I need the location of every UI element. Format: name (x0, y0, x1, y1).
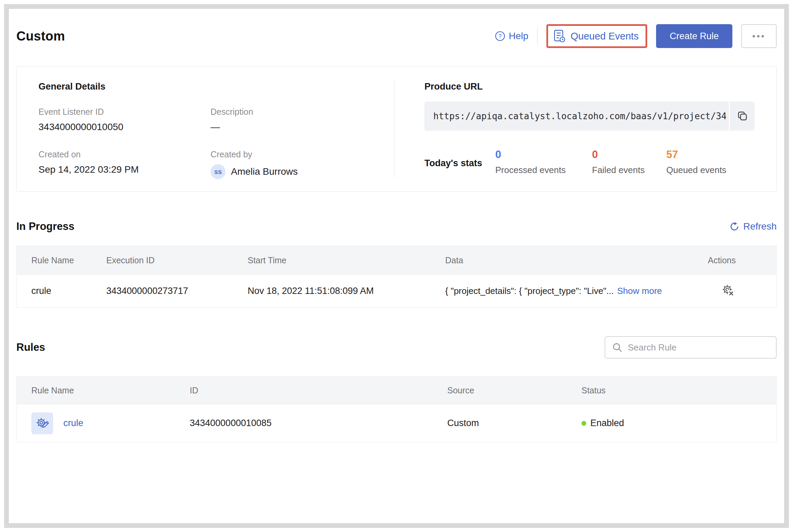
col-start-time: Start Time (248, 255, 445, 265)
header-divider (537, 27, 538, 45)
page-frame: Custom ? Help (4, 4, 789, 528)
in-progress-data: { "project_details": { "project_type": "… (445, 286, 708, 296)
header-actions: ? Help (495, 24, 777, 48)
failed-events-label: Failed events (592, 165, 666, 175)
rules-table-header: Rule Name ID Source Status (17, 377, 776, 404)
copy-icon (737, 111, 748, 122)
failed-events-count: 0 (592, 148, 666, 161)
search-icon (612, 342, 622, 353)
stat-failed-events: 0 Failed events (592, 148, 666, 175)
rules-row: crule 3434000000010085 Custom Enabled (17, 404, 776, 442)
avatar: ss (211, 164, 226, 179)
in-progress-actions (708, 284, 776, 298)
col-rules-id: ID (190, 386, 447, 395)
stat-processed-events: 0 Processed events (495, 148, 592, 175)
processed-events-label: Processed events (495, 165, 592, 175)
created-on-label: Created on (38, 150, 211, 159)
general-details-grid: Event Listener ID 3434000000010050 Descr… (38, 107, 394, 179)
show-more-link[interactable]: Show more (617, 286, 662, 296)
description-value: — (211, 122, 394, 132)
rules-table: Rule Name ID Source Status (16, 376, 777, 442)
in-progress-table-header: Rule Name Execution ID Start Time Data A… (17, 246, 776, 275)
gear-cancel-icon (721, 284, 736, 298)
produce-url-heading: Produce URL (424, 81, 755, 92)
rules-header: Rules (16, 336, 777, 359)
in-progress-row: crule 3434000000273717 Nov 18, 2022 11:5… (17, 275, 776, 307)
page-content: Custom ? Help (9, 22, 784, 442)
produce-url-box: https://apiqa.catalyst.localzoho.com/baa… (424, 101, 729, 131)
in-progress-table: Rule Name Execution ID Start Time Data A… (16, 246, 777, 308)
refresh-label: Refresh (743, 221, 777, 232)
queued-events-label: Queued Events (571, 31, 639, 42)
stat-queued-events: 57 Queued events (666, 148, 726, 175)
copy-url-button[interactable] (730, 101, 755, 131)
rules-source-cell: Custom (447, 418, 581, 428)
created-by-value: ss Amelia Burrows (211, 164, 394, 179)
event-listener-id-label: Event Listener ID (38, 107, 211, 117)
created-on-value: Sep 14, 2022 03:29 PM (38, 164, 211, 175)
rule-name-link[interactable]: crule (63, 418, 83, 428)
rules-title: Rules (16, 341, 45, 354)
col-execution-id: Execution ID (106, 255, 248, 265)
queued-events-label-stat: Queued events (666, 165, 726, 175)
status-label: Enabled (590, 418, 624, 428)
general-details-heading: General Details (38, 81, 394, 92)
in-progress-execution-id: 3434000000273717 (106, 286, 248, 296)
description-label: Description (211, 107, 394, 117)
todays-stats: Today's stats 0 Processed events 0 Faile… (424, 148, 755, 175)
help-button[interactable]: ? Help (495, 31, 528, 42)
col-actions: Actions (708, 255, 776, 265)
help-icon: ? (495, 31, 505, 41)
event-listener-id-field: Event Listener ID 3434000000010050 (38, 107, 211, 132)
refresh-button[interactable]: Refresh (730, 221, 777, 232)
queued-events-icon (554, 29, 566, 43)
in-progress-start-time: Nov 18, 2022 11:51:08:099 AM (248, 286, 445, 296)
help-label: Help (509, 31, 528, 42)
in-progress-rule-name: crule (17, 286, 106, 296)
created-on-field: Created on Sep 14, 2022 03:29 PM (38, 150, 211, 179)
created-by-label: Created by (211, 150, 394, 159)
processed-events-count: 0 (495, 148, 592, 161)
search-rule-input[interactable] (628, 342, 769, 353)
col-data: Data (445, 255, 708, 265)
create-rule-button[interactable]: Create Rule (656, 24, 732, 48)
produce-url-value: https://apiqa.catalyst.localzoho.com/baa… (433, 111, 727, 121)
rule-search-box (605, 336, 777, 359)
produce-url-row: https://apiqa.catalyst.localzoho.com/baa… (424, 101, 755, 131)
col-rule-name: Rule Name (17, 255, 106, 265)
data-preview: { "project_details": { "project_type": "… (445, 286, 614, 296)
ellipsis-icon: ••• (752, 31, 765, 41)
svg-text:?: ? (499, 33, 502, 40)
status-enabled-dot (581, 421, 586, 426)
col-rules-rule-name: Rule Name (17, 386, 190, 395)
todays-stats-heading: Today's stats (424, 148, 495, 169)
produce-url-section: Produce URL https://apiqa.catalyst.local… (394, 66, 776, 191)
rules-rule-name-cell: crule (17, 412, 190, 434)
col-rules-source: Source (447, 386, 581, 395)
cancel-execution-button[interactable] (721, 284, 736, 298)
general-details-section: General Details Event Listener ID 343400… (17, 66, 394, 191)
in-progress-title: In Progress (16, 220, 75, 233)
page-header: Custom ? Help (16, 22, 777, 50)
general-details-card: General Details Event Listener ID 343400… (16, 66, 777, 192)
queued-events-count: 57 (666, 148, 726, 161)
rules-status-cell: Enabled (581, 418, 776, 428)
col-rules-status: Status (581, 386, 776, 395)
queued-events-button[interactable]: Queued Events (554, 29, 639, 43)
more-options-button[interactable]: ••• (741, 24, 777, 48)
queued-events-annotation-highlight: Queued Events (546, 24, 647, 48)
created-by-name: Amelia Burrows (231, 166, 298, 177)
in-progress-header: In Progress Refresh (16, 220, 777, 233)
rule-gear-pencil-icon (31, 412, 53, 434)
page-title: Custom (16, 29, 65, 44)
event-listener-id-value: 3434000000010050 (38, 122, 211, 132)
created-by-field: Created by ss Amelia Burrows (211, 150, 394, 179)
refresh-icon (730, 221, 740, 232)
rules-id-cell: 3434000000010085 (190, 418, 447, 428)
description-field: Description — (211, 107, 394, 132)
